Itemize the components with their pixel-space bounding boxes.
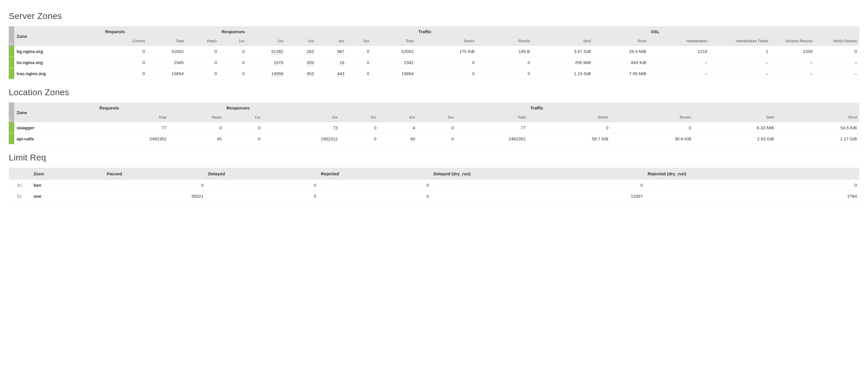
- cell-current: 0: [103, 46, 147, 57]
- sub-sents[interactable]: Sent/s: [416, 37, 477, 46]
- sub-2xx[interactable]: 2xx: [263, 113, 340, 122]
- col-requests[interactable]: Requests: [97, 102, 224, 113]
- sub-5xx[interactable]: 5xx: [417, 113, 456, 122]
- table-row: lxr.nginx.org02345001970359160234200205 …: [9, 57, 859, 68]
- cell-rejected: 0: [318, 180, 431, 191]
- chart-icon[interactable]: [18, 194, 23, 198]
- sub-3xx[interactable]: 3xx: [286, 37, 316, 46]
- cell-1xx: 0: [224, 133, 263, 145]
- sub-handshakes-failed[interactable]: Handshakes Failed: [710, 37, 771, 46]
- sub-total[interactable]: Total: [97, 113, 169, 122]
- status-indicator: [9, 122, 14, 133]
- sub-3xx[interactable]: 3xx: [340, 113, 379, 122]
- cell-rcvds: 0: [611, 122, 694, 133]
- cell-verify-failures: –: [815, 68, 859, 79]
- col-delayed[interactable]: Delayed: [206, 168, 318, 180]
- status-indicator: [9, 68, 14, 79]
- cell-3xx: 359: [286, 57, 316, 68]
- limit-req-table: Zone Passed Delayed Rejected Delayed (dr…: [9, 168, 859, 202]
- sub-rcvd[interactable]: Rcvd: [776, 113, 859, 122]
- cell-handshakes-failed: 1: [710, 46, 771, 57]
- cell-current: 0: [103, 57, 147, 68]
- cell-sent: 205 MiB: [532, 57, 593, 68]
- zone-name: api-calls: [14, 133, 97, 145]
- cell-delayed: 0: [206, 180, 318, 191]
- sub-1xx[interactable]: 1xx: [219, 37, 247, 46]
- cell-sents: 59.7 KiB: [528, 133, 611, 145]
- cell-rcvd: 843 KiB: [593, 57, 649, 68]
- sub-verify-failures[interactable]: Verify Failures: [815, 37, 859, 46]
- zone-name: trac.nginx.org: [14, 68, 103, 79]
- cell-1xx: 0: [219, 57, 247, 68]
- cell-resp-total: 2482352: [456, 133, 528, 145]
- sub-2xx[interactable]: 2xx: [247, 37, 285, 46]
- chart-icon[interactable]: [18, 183, 23, 187]
- cell-4xx: 443: [316, 68, 347, 79]
- zone-name: hg.nginx.org: [14, 46, 103, 57]
- col-rejected-dry[interactable]: Rejected (dry_run): [645, 168, 859, 180]
- col-passed[interactable]: Passed: [104, 168, 206, 180]
- sub-current[interactable]: Current: [103, 37, 147, 46]
- sub-session-reuses[interactable]: Session Reuses: [771, 37, 815, 46]
- cell-1xx: 0: [224, 122, 263, 133]
- sub-4xx[interactable]: 4xx: [316, 37, 347, 46]
- graph-cell[interactable]: [9, 191, 31, 202]
- server-zones-table: ▲ Zone Requests Responses Traffic SSL Cu…: [9, 26, 859, 79]
- col-requests[interactable]: Requests: [103, 26, 219, 37]
- sub-rcvd[interactable]: Rcvd: [593, 37, 649, 46]
- cell-total: 2482352: [97, 133, 169, 145]
- sub-rcvds[interactable]: Rcvd/s: [477, 37, 532, 46]
- table-row: swagger77007304077006.33 MiB54.5 KiB: [9, 122, 859, 133]
- col-traffic[interactable]: Traffic: [416, 26, 649, 37]
- sub-sent[interactable]: Sent: [694, 113, 777, 122]
- cell-2xx: 73: [263, 122, 340, 133]
- sub-5xx[interactable]: 5xx: [347, 37, 372, 46]
- cell-sent: 1.19 GiB: [532, 68, 593, 79]
- cell-3xx: 453: [286, 68, 316, 79]
- cell-resp-total: 15854: [372, 68, 416, 79]
- col-zone[interactable]: Zone: [14, 102, 97, 122]
- graph-cell[interactable]: [9, 180, 31, 191]
- col-traffic[interactable]: Traffic: [528, 102, 859, 113]
- cell-4xx: 387: [316, 46, 347, 57]
- cell-5xx: 0: [347, 46, 372, 57]
- cell-2xx: 1970: [247, 57, 285, 68]
- table-row: hg.nginx.org0520520051382283387052052175…: [9, 46, 859, 57]
- cell-reqs: 45: [169, 133, 224, 145]
- status-indicator: [9, 46, 14, 57]
- sub-4xx[interactable]: 4xx: [379, 113, 417, 122]
- sub-rcvds[interactable]: Rcvd/s: [611, 113, 694, 122]
- col-delayed-dry[interactable]: Delayed (dry_run): [431, 168, 645, 180]
- sub-1xx[interactable]: 1xx: [224, 113, 263, 122]
- status-column-header[interactable]: ▲: [9, 102, 14, 122]
- sub-reqs[interactable]: Req/s: [169, 113, 224, 122]
- col-zone[interactable]: Zone: [31, 168, 104, 180]
- cell-delayed-dry: 13367: [431, 191, 645, 202]
- cell-rcvds: 195 B: [477, 46, 532, 57]
- sub-resp-total[interactable]: Total: [456, 113, 528, 122]
- table-row: api-calls248235245024823120400248235259.…: [9, 133, 859, 145]
- cell-sent: 6.33 MiB: [694, 122, 777, 133]
- sub-total[interactable]: Total: [147, 37, 186, 46]
- col-rejected[interactable]: Rejected: [318, 168, 431, 180]
- sub-reqs[interactable]: Req/s: [186, 37, 219, 46]
- cell-5xx: 0: [347, 57, 372, 68]
- sort-arrow-icon: ▲: [9, 42, 12, 45]
- sub-sent[interactable]: Sent: [532, 37, 593, 46]
- sub-resp-total[interactable]: Total: [372, 37, 416, 46]
- col-ssl[interactable]: SSL: [649, 26, 859, 37]
- cell-total: 77: [97, 122, 169, 133]
- cell-passed: 0: [104, 180, 206, 191]
- sort-arrow-icon: ▲: [9, 118, 12, 121]
- sub-handshakes[interactable]: Handshakes: [649, 37, 710, 46]
- cell-session-reuses: –: [771, 68, 815, 79]
- sub-sents[interactable]: Sent/s: [528, 113, 611, 122]
- status-column-header[interactable]: ▲: [9, 26, 14, 46]
- col-zone[interactable]: Zone: [14, 26, 103, 46]
- col-responses[interactable]: Responses: [224, 102, 528, 113]
- cell-reqs: 0: [169, 122, 224, 133]
- status-indicator: [9, 133, 14, 145]
- cell-4xx: 40: [379, 133, 417, 145]
- col-responses[interactable]: Responses: [219, 26, 416, 37]
- cell-session-reuses: 2209: [771, 46, 815, 57]
